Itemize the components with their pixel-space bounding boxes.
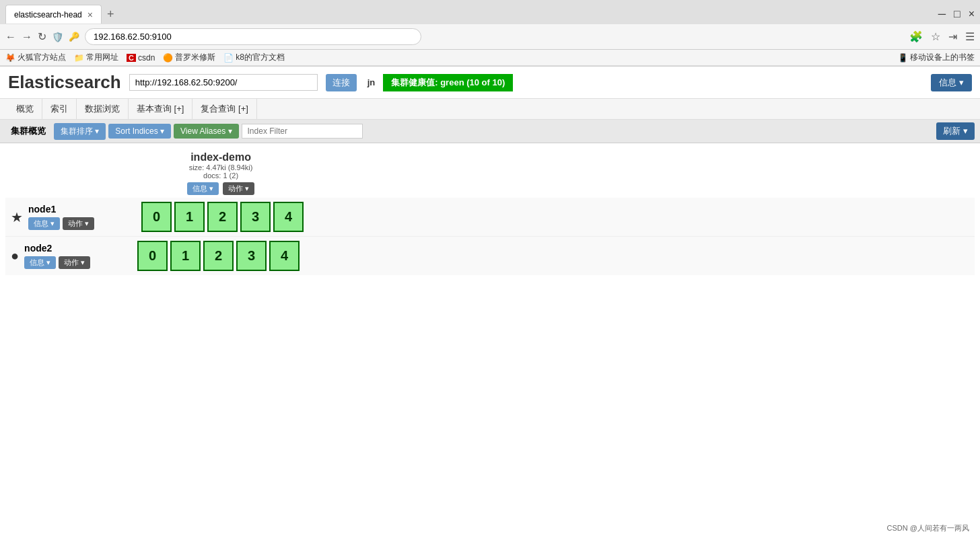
index-docs: docs: 1 (2) <box>187 171 254 180</box>
node2-shard-4[interactable]: 4 <box>269 241 300 271</box>
node1-shard-4[interactable]: 4 <box>273 202 304 232</box>
bookmark-csdn[interactable]: C csdn <box>127 53 155 63</box>
cluster-sort-button[interactable]: 集群排序 ▾ <box>54 123 106 140</box>
app-title: Elasticsearch <box>8 72 121 93</box>
security-icon: 🛡️ <box>52 32 63 42</box>
bookmark-prometheus[interactable]: 🟠 普罗米修斯 <box>163 52 215 63</box>
browser-tab[interactable]: elasticsearch-head × <box>5 5 102 24</box>
node2-shard-0[interactable]: 0 <box>137 241 168 271</box>
node1-shard-2[interactable]: 2 <box>207 202 238 232</box>
nav-data-browse[interactable]: 数据浏览 <box>77 99 129 119</box>
tab-title: elasticsearch-head <box>14 10 82 20</box>
cluster-name: jn <box>368 77 376 87</box>
tab-close-btn[interactable]: × <box>88 9 93 20</box>
nav-basic-query[interactable]: 基本查询 [+] <box>129 99 193 119</box>
refresh-nav-btn[interactable]: ↻ <box>38 30 46 43</box>
health-badge: 集群健康值: green (10 of 10) <box>383 74 513 91</box>
node1-shard-3[interactable]: 3 <box>240 202 271 232</box>
window-close-btn[interactable]: × <box>969 8 975 20</box>
node1-action-button[interactable]: 动作 ▾ <box>63 217 94 230</box>
view-aliases-button[interactable]: View Aliases ▾ <box>174 124 238 139</box>
node1-info-button[interactable]: 信息 ▾ <box>28 217 60 230</box>
bookmark-k8[interactable]: 📄 k8的官方文档 <box>223 52 285 63</box>
node1-shard-0[interactable]: 0 <box>141 202 172 232</box>
refresh-button[interactable]: 刷新 ▾ <box>936 122 975 140</box>
node1-name: node1 <box>28 204 136 215</box>
sidebar-icon[interactable]: ⇥ <box>948 30 957 43</box>
index-info-button[interactable]: 信息 ▾ <box>187 182 219 195</box>
node2-info-button[interactable]: 信息 ▾ <box>24 256 56 269</box>
node2-action-button[interactable]: 动作 ▾ <box>59 256 90 269</box>
connect-button[interactable]: 连接 <box>326 74 357 91</box>
node2-shard-3[interactable]: 3 <box>236 241 267 271</box>
node2-shard-1[interactable]: 1 <box>170 241 201 271</box>
node1-shards: 0 1 2 3 4 <box>141 202 304 232</box>
app-info-button[interactable]: 信息 ▾ <box>931 74 972 91</box>
bookmark-mobile-icon: 📱 <box>898 53 908 63</box>
node2-info: node2 信息 ▾ 动作 ▾ <box>24 243 132 269</box>
footer-text: CSDN @人间若有一两风 <box>876 521 980 536</box>
menu-icon[interactable]: ☰ <box>965 30 975 43</box>
bookmark-common[interactable]: 📁 常用网址 <box>74 52 118 63</box>
url-bar[interactable] <box>85 28 421 45</box>
bookmark-k8-label: k8的官方文档 <box>236 52 285 63</box>
node1-info: node1 信息 ▾ 动作 ▾ <box>28 204 136 230</box>
overview-label: 集群概览 <box>5 122 51 140</box>
extensions-icon[interactable]: 🧩 <box>909 30 923 43</box>
node2-name: node2 <box>24 243 132 254</box>
index-name: index-demo <box>187 151 254 163</box>
nav-overview[interactable]: 概览 <box>8 99 42 119</box>
bookmark-common-label: 常用网址 <box>86 52 118 63</box>
bookmark-mobile[interactable]: 📱 移动设备上的书签 <box>898 52 975 63</box>
bookmark-mobile-label: 移动设备上的书签 <box>910 52 975 63</box>
forward-btn[interactable]: → <box>22 31 32 43</box>
node2-shard-2[interactable]: 2 <box>203 241 234 271</box>
nav-complex-query[interactable]: 复合查询 [+] <box>193 99 256 119</box>
bookmark-common-icon: 📁 <box>74 53 84 63</box>
account-icon: 🔑 <box>69 32 79 42</box>
bookmark-csdn-icon: C <box>127 54 136 62</box>
bookmark-prometheus-label: 普罗米修斯 <box>175 52 215 63</box>
node-row-1: ★ node1 信息 ▾ 动作 ▾ 0 1 2 3 4 <box>5 198 975 237</box>
bookmark-firefox-label: 火狐官方站点 <box>18 52 66 63</box>
new-tab-btn[interactable]: + <box>102 7 120 22</box>
back-btn[interactable]: ← <box>5 31 16 43</box>
bookmark-csdn-label: csdn <box>138 53 155 63</box>
index-filter-input[interactable] <box>242 124 363 139</box>
nav-index[interactable]: 索引 <box>42 99 77 119</box>
index-action-button[interactable]: 动作 ▾ <box>223 182 254 195</box>
bookmark-k8-icon: 📄 <box>223 53 234 63</box>
favorites-icon[interactable]: ☆ <box>931 30 940 43</box>
connect-url-input[interactable] <box>129 74 318 91</box>
node1-star-icon[interactable]: ★ <box>11 209 23 225</box>
node2-circle-icon[interactable]: ● <box>11 248 19 264</box>
bookmark-firefox-icon: 🦊 <box>5 53 15 63</box>
node-row-2: ● node2 信息 ▾ 动作 ▾ 0 1 2 3 4 <box>5 237 975 275</box>
index-size: size: 4.47ki (8.94ki) <box>187 163 254 171</box>
bookmark-prometheus-icon: 🟠 <box>163 53 173 63</box>
node1-shard-1[interactable]: 1 <box>174 202 205 232</box>
index-header: index-demo size: 4.47ki (8.94ki) docs: 1… <box>187 151 254 195</box>
sort-indices-button[interactable]: Sort Indices ▾ <box>108 124 171 139</box>
bookmark-firefox[interactable]: 🦊 火狐官方站点 <box>5 52 66 63</box>
window-maximize-btn[interactable]: □ <box>954 8 960 20</box>
node2-shards: 0 1 2 3 4 <box>137 241 300 271</box>
window-minimize-btn[interactable]: ─ <box>938 8 946 20</box>
